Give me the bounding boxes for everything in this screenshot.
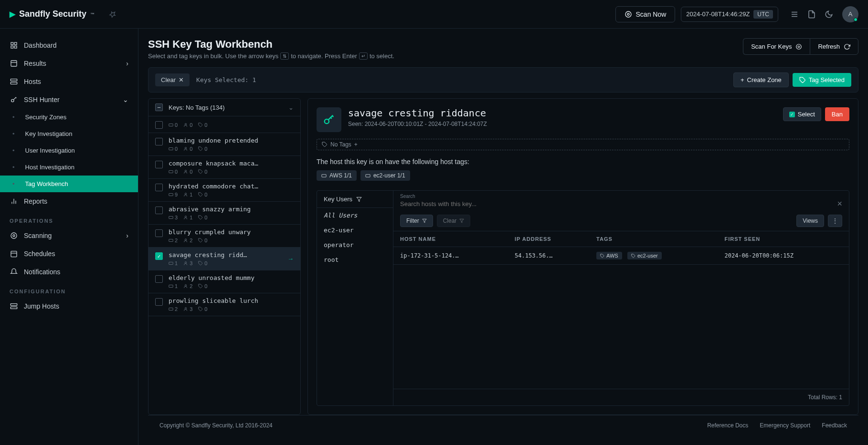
svg-rect-5: [11, 42, 13, 45]
tag-count: 0: [198, 283, 207, 289]
section-operations: OPERATIONS: [0, 210, 138, 227]
chevron-right-icon: ›: [126, 232, 128, 239]
list-icon[interactable]: [790, 10, 799, 19]
sidebar-item-user-investigation[interactable]: User Investigation: [0, 142, 138, 159]
select-button[interactable]: ✓ Select: [783, 107, 821, 121]
key-row[interactable]: prowling sliceable lurch 2 3 0: [148, 293, 300, 316]
filter-button[interactable]: Filter: [400, 215, 433, 227]
clear-search-icon[interactable]: ×: [837, 199, 842, 209]
key-icon: [10, 95, 18, 104]
row-checkbox[interactable]: [155, 298, 163, 306]
col-ip[interactable]: IP ADDRESS: [508, 231, 590, 247]
sidebar-item-notifications[interactable]: Notifications: [0, 263, 138, 281]
row-checkbox[interactable]: [155, 184, 163, 191]
key-row[interactable]: hydrated commodore chat… 9 1 0: [148, 179, 300, 202]
select-all-checkbox[interactable]: −: [155, 103, 163, 111]
no-tags-chip[interactable]: No Tags +: [317, 139, 849, 150]
sidebar: Dashboard Results › Hosts SSH Hunter ⌄ S…: [0, 29, 138, 445]
row-checkbox[interactable]: [155, 229, 163, 237]
more-button[interactable]: ⋮: [828, 215, 842, 227]
pin-icon[interactable]: [109, 10, 116, 18]
search-input[interactable]: [400, 199, 837, 208]
user-item[interactable]: ec2-user: [317, 223, 393, 238]
sidebar-item-hosts[interactable]: Hosts: [0, 72, 138, 91]
sidebar-item-security-zones[interactable]: Security Zones: [0, 109, 138, 125]
col-first-seen[interactable]: FIRST SEEN: [718, 231, 849, 247]
brand-logo: ▶ Sandfly Security ™: [10, 9, 95, 19]
sidebar-item-key-investigation[interactable]: Key Investigation: [0, 125, 138, 142]
create-zone-button[interactable]: + Create Zone: [733, 72, 789, 87]
user-item-all[interactable]: All Users: [317, 208, 393, 223]
tag-count: 0: [198, 192, 207, 197]
chevron-right-icon: ›: [126, 60, 128, 67]
key-row[interactable]: abrasive snazzy arming 3 1 0: [148, 202, 300, 225]
sidebar-item-reports[interactable]: Reports: [0, 192, 138, 210]
sidebar-item-ssh-hunter[interactable]: SSH Hunter ⌄: [0, 91, 138, 109]
sidebar-item-dashboard[interactable]: Dashboard: [0, 36, 138, 54]
key-row[interactable]: 0 0 0: [148, 116, 300, 133]
user-count: 0: [183, 146, 192, 152]
col-tags[interactable]: TAGS: [590, 231, 718, 247]
avatar[interactable]: A: [842, 6, 858, 22]
scan-for-keys-button[interactable]: Scan For Keys: [743, 38, 810, 55]
scan-now-button[interactable]: Scan Now: [615, 6, 676, 22]
bell-icon: [10, 268, 18, 276]
sidebar-item-jump-hosts[interactable]: Jump Hosts: [0, 297, 138, 315]
svg-point-13: [11, 99, 14, 102]
svg-rect-12: [11, 82, 17, 84]
filter-off-icon: [459, 218, 464, 223]
clear-button[interactable]: Clear ✕: [155, 73, 190, 86]
footer-link-feedback[interactable]: Feedback: [822, 422, 847, 429]
user-item[interactable]: root: [317, 252, 393, 267]
key-name: prowling sliceable lurch: [169, 297, 294, 304]
svg-rect-37: [169, 239, 173, 242]
chevron-down-icon[interactable]: ⌄: [288, 104, 294, 111]
sidebar-item-results[interactable]: Results ›: [0, 54, 138, 72]
footer-link-docs[interactable]: Reference Docs: [707, 422, 748, 429]
table-row[interactable]: ip-172-31-5-124.… 54.153.56.… AWS ec2-us…: [393, 247, 849, 265]
sidebar-item-schedules[interactable]: Schedules: [0, 245, 138, 263]
table-panel: Search × Filter: [393, 191, 849, 405]
reports-icon: [10, 197, 18, 206]
row-checkbox[interactable]: [155, 161, 163, 168]
svg-point-25: [796, 44, 802, 49]
user-item[interactable]: operator: [317, 238, 393, 252]
svg-rect-7: [11, 46, 13, 48]
plus-icon: +: [741, 76, 744, 83]
theme-icon[interactable]: [824, 10, 834, 19]
key-row[interactable]: blurry crumpled unwary 2 2 0: [148, 225, 300, 248]
sidebar-item-scanning[interactable]: Scanning ›: [0, 227, 138, 245]
tag-selected-button[interactable]: Tag Selected: [793, 73, 851, 87]
clear-filter-button[interactable]: Clear: [437, 215, 471, 227]
hosts-table: HOST NAME IP ADDRESS TAGS FIRST SEEN ip-…: [393, 231, 849, 265]
key-row[interactable]: composure knapsack maca… 0 0 0: [148, 156, 300, 179]
key-row[interactable]: elderly unroasted mummy 1 2 0: [148, 270, 300, 293]
row-checkbox[interactable]: [155, 138, 163, 145]
refresh-button[interactable]: Refresh: [810, 38, 858, 55]
host-tag-chip[interactable]: ec2-user 1/1: [360, 170, 410, 181]
tag-icon: [600, 254, 604, 258]
host-count: 0: [169, 146, 178, 152]
col-host[interactable]: HOST NAME: [393, 231, 508, 247]
row-checkbox[interactable]: [155, 275, 163, 283]
row-checkbox[interactable]: [155, 207, 163, 214]
page-title: SSH Key Tag Workbench: [148, 38, 394, 51]
detail-title: savage cresting riddance: [348, 107, 487, 119]
document-icon[interactable]: [807, 10, 816, 19]
svg-rect-23: [11, 304, 17, 306]
row-checkbox[interactable]: ✓: [155, 252, 163, 260]
page-subtitle: Select and tag keys in bulk. Use the arr…: [148, 52, 394, 60]
filter-icon[interactable]: [356, 197, 362, 202]
views-button[interactable]: Views: [796, 215, 824, 227]
key-row[interactable]: ✓ savage cresting ridd… 1 3 0 →: [148, 248, 300, 270]
ban-button[interactable]: Ban: [825, 107, 849, 121]
sidebar-item-tag-workbench[interactable]: Tag Workbench: [0, 176, 138, 192]
host-count: 2: [169, 238, 178, 243]
host-tag-chip[interactable]: AWS 1/1: [317, 170, 357, 181]
key-row[interactable]: blaming undone pretended 0 0 0: [148, 133, 300, 156]
app-header: ▶ Sandfly Security ™ Scan Now 2024-07-08…: [0, 0, 868, 29]
sidebar-item-host-investigation[interactable]: Host Investigation: [0, 159, 138, 176]
row-checkbox[interactable]: [155, 121, 163, 129]
footer-link-support[interactable]: Emergency Support: [760, 422, 810, 429]
keys-selected-label: Keys Selected: 1: [196, 76, 256, 83]
